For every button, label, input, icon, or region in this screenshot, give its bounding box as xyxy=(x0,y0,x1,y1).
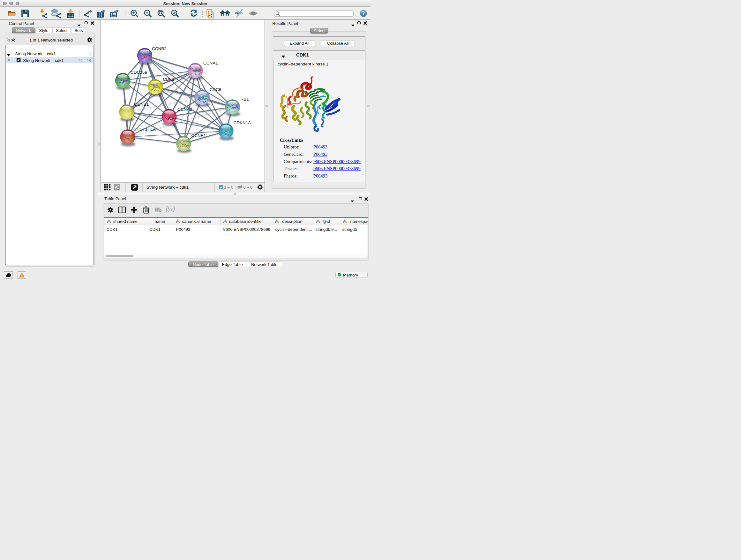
svg-text:CCNB2: CCNB2 xyxy=(152,46,166,51)
svg-text:HIST1H1A: HIST1H1A xyxy=(135,127,156,132)
svg-text:CCNA1: CCNA1 xyxy=(203,61,218,65)
svg-text:CDK1: CDK1 xyxy=(163,77,174,82)
svg-text:CDC25B: CDC25B xyxy=(131,70,147,75)
svg-text:CDKN1A: CDKN1A xyxy=(233,120,251,125)
svg-text:CDC6: CDC6 xyxy=(209,87,221,92)
svg-text:CCNB1: CCNB1 xyxy=(134,102,149,107)
svg-text:CCNE1: CCNE1 xyxy=(191,133,206,138)
svg-text:CCNA2: CCNA2 xyxy=(178,107,192,112)
svg-text:RB1: RB1 xyxy=(240,97,249,102)
